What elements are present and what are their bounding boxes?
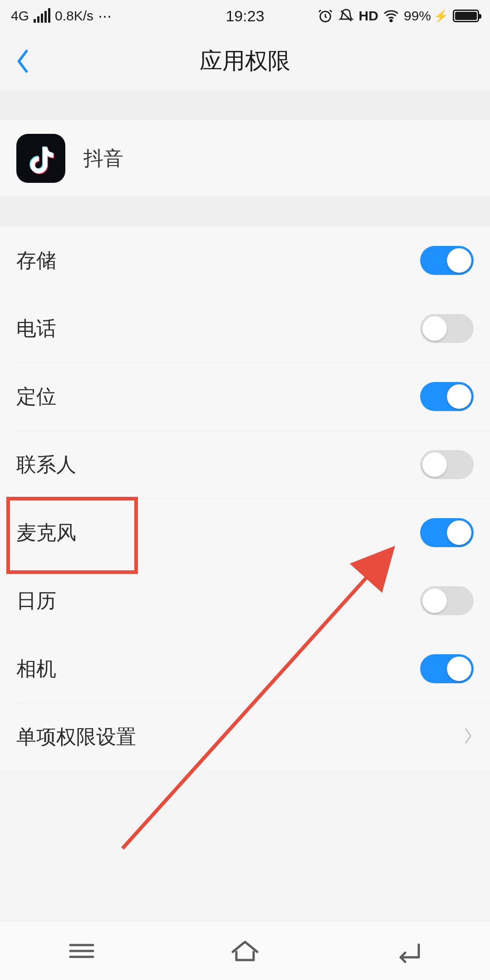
notification-mute-icon <box>338 8 354 24</box>
permission-row-contacts[interactable]: 联系人 <box>0 431 490 499</box>
app-row[interactable]: 抖音 <box>0 120 490 197</box>
nav-home-button[interactable] <box>225 937 265 965</box>
toggle-microphone[interactable] <box>420 518 474 547</box>
home-icon <box>229 938 261 963</box>
permission-label: 日历 <box>16 588 56 614</box>
permission-label: 电话 <box>16 315 56 342</box>
back-icon <box>392 938 424 963</box>
permission-row-location[interactable]: 定位 <box>0 363 490 431</box>
permission-row-microphone[interactable]: 麦克风 <box>0 499 490 567</box>
status-left: 4G 0.8K/s ⋯ <box>11 8 112 24</box>
header: 应用权限 <box>0 32 490 91</box>
svg-point-1 <box>390 20 392 21</box>
douyin-app-icon <box>16 134 65 183</box>
page-title: 应用权限 <box>200 46 290 76</box>
more-permission-label: 单项权限设置 <box>16 724 136 750</box>
toggle-location[interactable] <box>420 382 474 411</box>
charging-icon: ⚡ <box>434 9 448 23</box>
hd-label: HD <box>359 8 378 24</box>
toggle-contacts[interactable] <box>420 450 474 479</box>
status-time: 19:23 <box>225 7 264 25</box>
system-navbar <box>0 921 490 980</box>
permission-label: 相机 <box>16 656 56 682</box>
more-icon: ⋯ <box>98 8 112 24</box>
permission-row-camera[interactable]: 相机 <box>0 635 490 703</box>
status-right: HD 99% ⚡ <box>317 8 479 24</box>
nav-recents-button[interactable] <box>61 937 102 965</box>
battery-percent: 99% <box>404 8 431 24</box>
app-name: 抖音 <box>83 145 123 172</box>
permission-list: 存储 电话 定位 联系人 麦克风 日历 相机 单项权限设置 <box>0 226 490 771</box>
permission-row-phone[interactable]: 电话 <box>0 294 490 363</box>
section-gap <box>0 197 490 226</box>
wifi-icon <box>383 8 399 24</box>
toggle-camera[interactable] <box>420 654 474 683</box>
permission-row-calendar[interactable]: 日历 <box>0 567 490 635</box>
back-button[interactable] <box>0 32 45 90</box>
battery-icon <box>453 10 479 22</box>
network-type: 4G <box>11 8 29 24</box>
signal-icon <box>34 9 50 23</box>
permission-label: 麦克风 <box>16 519 76 546</box>
chevron-right-icon <box>462 726 474 748</box>
alarm-icon <box>317 8 333 24</box>
permission-label: 定位 <box>16 383 56 410</box>
toggle-storage[interactable] <box>420 246 474 275</box>
permission-label: 联系人 <box>16 451 76 478</box>
chevron-left-icon <box>15 49 30 74</box>
status-bar: 4G 0.8K/s ⋯ 19:23 HD 99% ⚡ <box>0 0 490 32</box>
more-permission-settings[interactable]: 单项权限设置 <box>0 703 490 771</box>
section-gap <box>0 91 490 120</box>
data-speed: 0.8K/s <box>55 8 93 24</box>
menu-icon <box>66 940 98 962</box>
permission-row-storage[interactable]: 存储 <box>0 226 490 294</box>
permission-label: 存储 <box>16 247 56 274</box>
nav-back-button[interactable] <box>388 937 429 965</box>
toggle-phone[interactable] <box>420 314 474 343</box>
toggle-calendar[interactable] <box>420 586 474 615</box>
